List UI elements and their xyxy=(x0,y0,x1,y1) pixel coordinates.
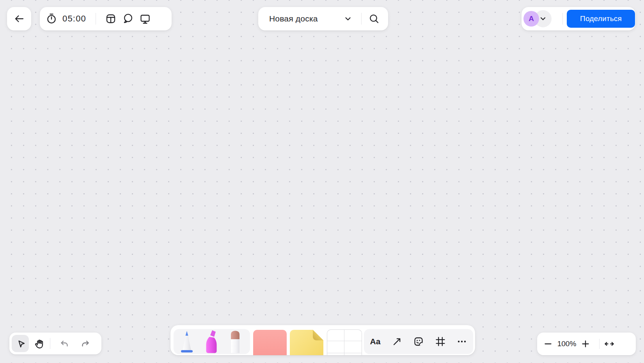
undo-icon xyxy=(59,338,69,349)
section-tool[interactable] xyxy=(253,330,287,355)
text-tool-button[interactable]: Aa xyxy=(366,333,384,351)
redo-button[interactable] xyxy=(77,335,94,352)
fit-to-screen-button[interactable] xyxy=(603,336,616,352)
frame-icon xyxy=(435,336,446,347)
search-icon xyxy=(369,13,380,24)
avatar[interactable]: A xyxy=(523,11,539,27)
zoom-level[interactable]: 100% xyxy=(555,340,579,348)
templates-button[interactable] xyxy=(102,10,119,27)
more-tools-button[interactable] xyxy=(453,333,471,351)
divider xyxy=(562,13,563,25)
pens-panel xyxy=(174,329,250,354)
eraser-tool[interactable] xyxy=(228,330,242,353)
connector-tool-button[interactable] xyxy=(388,333,406,351)
present-button[interactable] xyxy=(137,10,154,27)
account-toolbar: A Поделиться xyxy=(522,7,635,30)
search-button[interactable] xyxy=(366,10,382,27)
stopwatch-icon xyxy=(46,13,57,25)
board-menu-button[interactable] xyxy=(341,10,355,27)
divider xyxy=(361,13,362,25)
template-icon xyxy=(105,13,117,25)
hand-icon xyxy=(34,338,44,349)
table-tool[interactable] xyxy=(327,329,362,355)
comments-button[interactable] xyxy=(119,10,137,27)
cursor-icon xyxy=(15,338,25,349)
arrows-horizontal-icon xyxy=(603,338,615,350)
sticker-icon xyxy=(413,336,424,347)
arrow-left-icon xyxy=(13,12,25,25)
chat-icon xyxy=(122,13,134,25)
timer-button[interactable] xyxy=(45,10,58,27)
text-tool-label: Aa xyxy=(370,337,381,346)
board-title-toolbar: Новая доска xyxy=(258,7,388,30)
shapes-panel: Aa xyxy=(364,329,473,354)
divider xyxy=(96,13,96,25)
zoom-toolbar: 100% xyxy=(537,333,636,355)
connector-arrow-icon xyxy=(391,336,403,347)
creation-toolbar: Aa xyxy=(170,325,475,355)
back-button[interactable] xyxy=(7,7,31,30)
marker-tool[interactable] xyxy=(178,330,195,353)
sticker-tool-button[interactable] xyxy=(410,333,428,351)
selection-toolbar xyxy=(9,333,101,354)
highlighter-tool[interactable] xyxy=(202,330,220,353)
undo-button[interactable] xyxy=(56,335,73,352)
sticky-note-tool[interactable] xyxy=(290,330,323,355)
plus-icon xyxy=(580,338,591,350)
timer-value[interactable]: 05:00 xyxy=(62,14,86,24)
canvas[interactable]: { "colors": { "bg": "#ECECEF", "dot": "#… xyxy=(0,0,644,363)
frame-tool-button[interactable] xyxy=(431,333,449,351)
divider xyxy=(599,339,600,349)
zoom-in-button[interactable] xyxy=(579,336,592,352)
minus-icon xyxy=(542,338,554,350)
chevron-down-icon xyxy=(539,15,547,23)
share-button[interactable]: Поделиться xyxy=(567,10,635,28)
more-icon xyxy=(456,336,468,347)
sticky-note-fold xyxy=(313,330,323,340)
hand-tool-button[interactable] xyxy=(30,335,48,352)
sticky-note xyxy=(290,330,323,355)
divider xyxy=(50,338,50,349)
avatar-letter: A xyxy=(529,14,534,23)
zoom-out-button[interactable] xyxy=(541,336,555,352)
select-tool-button[interactable] xyxy=(12,335,29,352)
timer-toolbar: 05:00 xyxy=(40,7,172,30)
chevron-down-icon xyxy=(344,14,352,23)
present-icon xyxy=(139,13,151,25)
redo-icon xyxy=(80,338,90,349)
page-title: Новая доска xyxy=(269,14,318,23)
